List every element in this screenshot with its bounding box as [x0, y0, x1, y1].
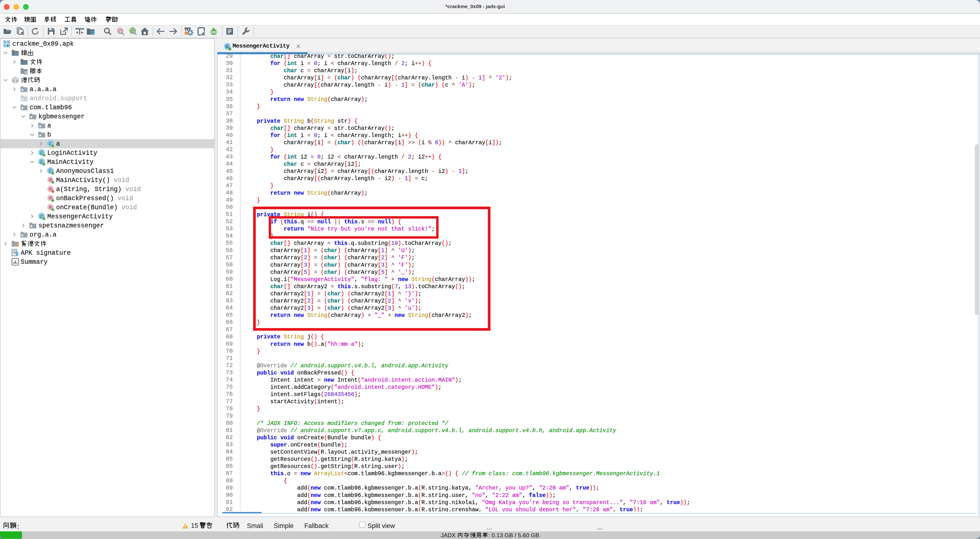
svg-text:m: m [49, 205, 52, 210]
svg-text:m: m [49, 196, 52, 201]
svg-text:m: m [49, 178, 52, 183]
svg-text:m: m [49, 187, 52, 192]
